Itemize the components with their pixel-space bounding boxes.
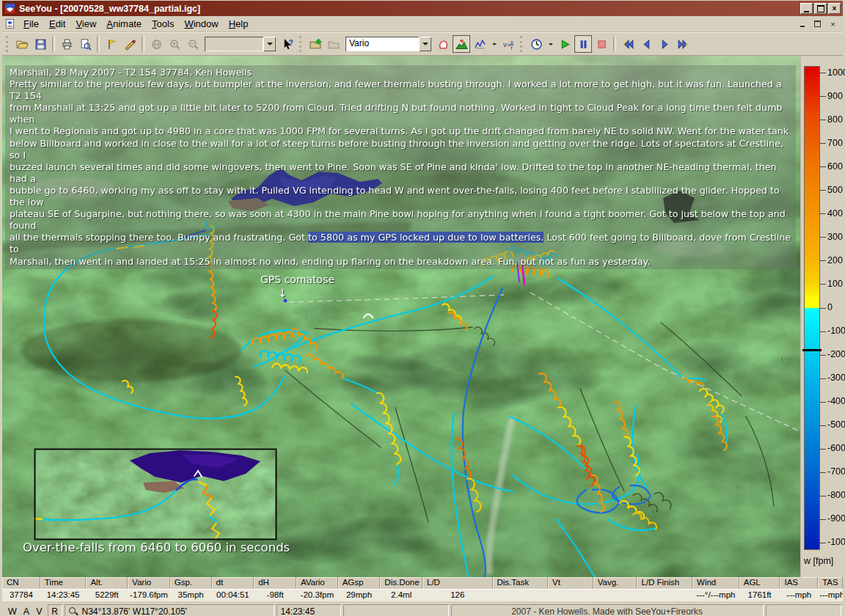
col-header[interactable]: Wind xyxy=(692,577,739,589)
view-mode-value: Vario xyxy=(345,37,419,51)
pause-button[interactable] xyxy=(574,35,592,53)
graph-dropdown[interactable] xyxy=(489,35,499,53)
jump-to-start-button[interactable] xyxy=(619,35,637,53)
toggle-w[interactable]: W xyxy=(8,606,17,616)
col-header[interactable]: Vt xyxy=(548,577,593,589)
col-header[interactable]: Dis.Task xyxy=(493,577,549,589)
step-back-button[interactable] xyxy=(637,35,655,53)
col-value: 29mph xyxy=(338,590,381,601)
scale-tick-label: -200 xyxy=(827,349,845,359)
col-header[interactable]: L/D Finish xyxy=(637,577,692,589)
vario-color-scale: 10009008007006005004003002001000-100-200… xyxy=(800,56,843,577)
statistics-button[interactable]: v=st xyxy=(500,35,517,53)
time-panel: 14:23:45 xyxy=(277,604,341,616)
toolbar-grip[interactable] xyxy=(520,36,524,52)
col-header[interactable]: L/D xyxy=(422,577,492,589)
print-button[interactable] xyxy=(58,35,76,53)
toggle-v[interactable]: V xyxy=(36,606,42,616)
wav-toggles[interactable]: WAV xyxy=(4,606,45,616)
col-header[interactable]: CN xyxy=(2,577,40,589)
animation-rate-button[interactable] xyxy=(527,35,545,53)
map-3d-view[interactable]: Marshall, 28 May 2007 - T2 154 37784, Ke… xyxy=(2,56,800,577)
jump-start-icon xyxy=(622,38,634,51)
save-button[interactable] xyxy=(32,35,49,53)
col-header[interactable]: Alt. xyxy=(86,577,128,589)
restore-button[interactable] xyxy=(814,3,827,14)
globe-button[interactable] xyxy=(147,35,165,53)
menu-tools[interactable]: Tools xyxy=(147,18,179,31)
mdi-restore-button[interactable] xyxy=(812,19,823,29)
toggle-a[interactable]: A xyxy=(23,606,29,616)
scale-tick-label: -1000 xyxy=(827,537,845,547)
task-button[interactable] xyxy=(434,35,452,53)
seeyou-window: SeeYou - [20070528_ww37784_partial.igc] … xyxy=(0,0,845,616)
zoom-in-button[interactable] xyxy=(166,35,183,53)
play-button[interactable] xyxy=(556,35,574,53)
stop-button[interactable] xyxy=(593,35,610,53)
col-header[interactable]: Dis.Done xyxy=(380,577,422,589)
toolbar-grip[interactable] xyxy=(6,36,10,52)
col-value: ---mph xyxy=(780,590,818,601)
scale-tick-label: 200 xyxy=(827,255,843,265)
minimize-button[interactable] xyxy=(800,3,813,14)
view-mode-combo[interactable]: Vario xyxy=(345,37,431,51)
col-header[interactable]: AVario xyxy=(296,577,338,589)
mdi-minimize-button[interactable] xyxy=(797,19,808,29)
chevron-down-icon[interactable] xyxy=(419,37,431,51)
toolbar-grip[interactable] xyxy=(299,36,304,52)
menu-bar: FileEditViewAnimateToolsWindowHelp × xyxy=(2,16,843,32)
view-3d-button[interactable] xyxy=(453,35,470,53)
col-header[interactable]: TAS xyxy=(818,577,843,589)
menu-window[interactable]: Window xyxy=(179,18,223,31)
waypoint-flag-button[interactable] xyxy=(103,35,120,53)
close-flight-button[interactable] xyxy=(325,35,343,53)
col-header[interactable]: dH xyxy=(254,577,296,589)
current-vario-marker xyxy=(802,349,822,351)
col-header[interactable]: IAS xyxy=(780,577,818,589)
down-arrow-icon: ↓ xyxy=(278,287,288,300)
flight-data-header-row[interactable]: CNTimeAlt.VarioGsp.dtdHAVarioAGspDis.Don… xyxy=(2,577,843,589)
jump-to-end-button[interactable] xyxy=(674,35,692,53)
record-toggle[interactable]: R xyxy=(48,604,62,616)
scale-tick-label: -800 xyxy=(827,490,845,500)
add-flight-button[interactable] xyxy=(307,35,324,53)
col-header[interactable]: Vavg. xyxy=(593,577,637,589)
col-header[interactable]: Vario xyxy=(128,577,170,589)
map-scale-combo[interactable] xyxy=(205,37,276,51)
stop-icon xyxy=(596,38,608,51)
zoom-out-button[interactable] xyxy=(184,35,202,53)
menu-help[interactable]: Help xyxy=(224,18,254,31)
mdi-close-button[interactable]: × xyxy=(827,19,838,29)
scale-tick-label: 800 xyxy=(827,114,843,125)
clock-icon xyxy=(530,38,543,51)
close-button[interactable]: × xyxy=(828,3,841,14)
title-bar: SeeYou - [20070528_ww37784_partial.igc] … xyxy=(2,1,843,16)
vario-gradient-bar xyxy=(804,66,820,550)
chevron-down-icon[interactable] xyxy=(263,37,276,51)
print-preview-button[interactable] xyxy=(76,35,94,53)
col-header[interactable]: Gsp. xyxy=(170,577,212,589)
measure-button[interactable] xyxy=(121,35,139,53)
menu-edit[interactable]: Edit xyxy=(44,18,70,31)
col-header[interactable]: AGL xyxy=(739,577,780,589)
scale-tick-label: -600 xyxy=(827,443,845,453)
scale-tick-label: 700 xyxy=(827,138,843,148)
col-value: 2.4ml xyxy=(380,590,422,601)
animation-rate-dropdown[interactable] xyxy=(546,35,555,53)
scale-tick-label: -100 xyxy=(827,326,845,336)
menu-animate[interactable]: Animate xyxy=(101,18,147,31)
col-header[interactable]: dt xyxy=(212,577,255,589)
help-pointer-icon: ? xyxy=(282,38,294,51)
folder-icon xyxy=(328,38,340,51)
graph-button[interactable] xyxy=(471,35,489,53)
step-forward-button[interactable] xyxy=(656,35,673,53)
col-header[interactable]: AGsp xyxy=(338,577,381,589)
menu-file[interactable]: File xyxy=(18,18,44,31)
context-help-button[interactable]: ? xyxy=(279,35,296,53)
document-icon[interactable] xyxy=(4,18,15,29)
col-header[interactable]: Time xyxy=(40,577,87,589)
open-button[interactable] xyxy=(13,35,31,53)
flight-data-value-row: 3778414:23:455229ft-179.6fpm35mph00:04:5… xyxy=(2,589,843,601)
menu-view[interactable]: View xyxy=(70,18,101,31)
zoom-out-icon xyxy=(187,38,200,51)
